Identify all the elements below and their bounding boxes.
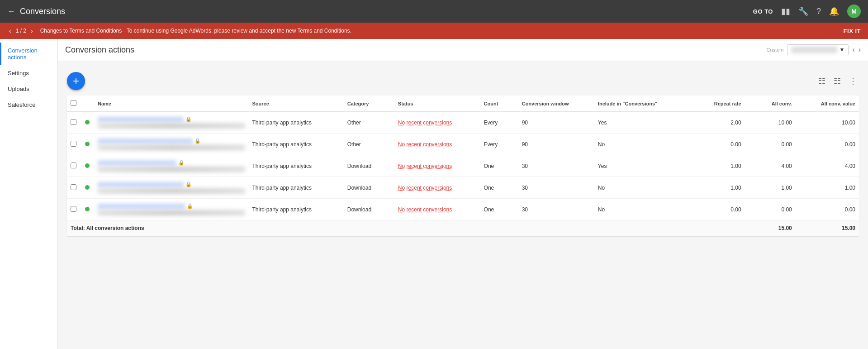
row-all-conv: 0.00 <box>745 134 796 155</box>
row-checkbox[interactable] <box>71 141 76 147</box>
back-icon[interactable]: ← <box>7 7 15 16</box>
lock-icon: 🔒 <box>178 160 185 166</box>
go-to-button[interactable]: GO TO <box>753 8 773 15</box>
status-dot <box>85 163 90 168</box>
row-category: Download <box>344 177 394 199</box>
row-checkbox[interactable] <box>71 184 76 190</box>
no-conversions-label[interactable]: No recent conversions <box>398 141 452 148</box>
nav-right: GO TO ▮▮ 🔧 ? 🔔 M <box>753 5 861 18</box>
header-all-conv: All conv. <box>745 96 796 112</box>
row-name-sub: ████████ ████ ██ ████████ ████ <box>98 123 245 129</box>
row-count: Every <box>480 112 518 134</box>
alert-nav: ‹ 1 / 2 › <box>7 26 35 35</box>
no-conversions-label[interactable]: No recent conversions <box>398 185 452 191</box>
row-include: No <box>594 134 688 155</box>
row-include: Yes <box>594 112 688 134</box>
row-source: Third-party app analytics <box>249 177 344 199</box>
fix-it-button[interactable]: FIX IT <box>844 28 861 34</box>
conversion-actions-table: Name Source Category Status Count Conver… <box>67 96 859 236</box>
row-status-dot-cell <box>81 112 94 134</box>
alert-bar: ‹ 1 / 2 › Changes to Terms and Condition… <box>0 23 868 39</box>
custom-label: Custom <box>767 47 784 53</box>
status-dot <box>85 142 90 146</box>
app-title: Conversions <box>20 7 65 16</box>
row-checkbox-cell <box>67 134 81 155</box>
date-next-button[interactable]: › <box>859 46 861 54</box>
row-name-link[interactable]: ████████████ (Android) session_start 🔒 <box>98 138 245 144</box>
select-all-checkbox[interactable] <box>71 100 76 106</box>
row-name-sub: ████████ ████ ██ ████████ ████ <box>98 188 245 194</box>
row-name-sub: ████████ ████ ██ ████████ ████ <box>98 210 245 215</box>
date-prev-button[interactable]: ‹ <box>852 46 854 54</box>
row-include: No <box>594 199 688 220</box>
alert-prev-button[interactable]: ‹ <box>7 26 13 35</box>
table-row: ████████████ (Android) session_start 🔒 █… <box>67 134 859 155</box>
wrench-icon[interactable]: 🔧 <box>798 6 808 16</box>
sidebar-item-conversion-actions[interactable]: Conversion actions <box>0 43 57 65</box>
add-conversion-button[interactable]: + <box>67 72 85 90</box>
lock-icon: 🔒 <box>185 116 192 122</box>
row-name-sub: ████████ ████ ██ ████████ ████ <box>98 145 245 150</box>
toolbar: + ☷ ☷ ⋮ <box>67 67 859 96</box>
sidebar: Conversion actions Settings Uploads Sale… <box>0 39 58 349</box>
row-checkbox[interactable] <box>71 163 76 168</box>
row-window: 30 <box>518 177 594 199</box>
total-all-conv-value: 15.00 <box>796 220 859 236</box>
header-include: Include in "Conversions" <box>594 96 688 112</box>
row-repeat: 2.00 <box>688 112 745 134</box>
main-layout: Conversion actions Settings Uploads Sale… <box>0 39 868 349</box>
row-checkbox[interactable] <box>71 206 76 212</box>
row-status-dot-cell <box>81 155 94 177</box>
table-row: ████████████ (iOS) session_start 🔒 █████… <box>67 112 859 134</box>
header-name: Name <box>94 96 249 112</box>
alert-next-button[interactable]: › <box>29 26 35 35</box>
more-options-icon[interactable]: ⋮ <box>847 74 859 88</box>
row-all-conv: 10.00 <box>745 112 796 134</box>
lock-icon: 🔒 <box>187 203 193 209</box>
lock-icon: 🔒 <box>185 182 192 187</box>
row-name-sub: ████████ ████ ██ ████████ ████ <box>98 167 245 172</box>
sidebar-item-settings[interactable]: Settings <box>0 65 57 81</box>
row-include: No <box>594 177 688 199</box>
no-conversions-label[interactable]: No recent conversions <box>398 206 452 213</box>
row-count: One <box>480 155 518 177</box>
row-name-link[interactable]: ████████████ (iOS) first_open 🔒 <box>98 160 245 166</box>
row-name-link[interactable]: ████████████ (iOS) first_open (1) 🔒 <box>98 182 245 187</box>
no-conversions-label[interactable]: No recent conversions <box>398 163 452 169</box>
header-status: Status <box>394 96 480 112</box>
header-repeat: Repeat rate <box>688 96 745 112</box>
lock-icon: 🔒 <box>194 138 201 144</box>
row-category: Other <box>344 112 394 134</box>
grid-view-icon[interactable]: ☷ <box>832 74 843 88</box>
sidebar-item-uploads[interactable]: Uploads <box>0 81 57 97</box>
toolbar-right: ☷ ☷ ⋮ <box>816 74 859 88</box>
row-all-conv-value: 0.00 <box>796 134 859 155</box>
row-repeat: 1.00 <box>688 155 745 177</box>
no-conversions-label[interactable]: No recent conversions <box>398 120 452 126</box>
row-checkbox-cell <box>67 112 81 134</box>
sidebar-item-salesforce[interactable]: Salesforce <box>0 97 57 113</box>
row-status-dot-cell <box>81 199 94 220</box>
help-icon[interactable]: ? <box>816 7 821 16</box>
page-title: Conversion actions <box>65 45 134 55</box>
row-name-link[interactable]: ████████████ (Android) first_open 🔒 <box>98 203 245 209</box>
total-all-conv: 15.00 <box>745 220 796 236</box>
header-source: Source <box>249 96 344 112</box>
row-source: Third-party app analytics <box>249 155 344 177</box>
filter-icon[interactable]: ☷ <box>816 74 827 88</box>
page-header: Conversion actions Custom ████████████ ▼… <box>58 39 868 61</box>
date-range-button[interactable]: ████████████ ▼ <box>787 44 849 55</box>
row-name-link[interactable]: ████████████ (iOS) session_start 🔒 <box>98 116 245 122</box>
bell-icon[interactable]: 🔔 <box>829 6 839 16</box>
header-checkbox-cell <box>67 96 81 112</box>
row-repeat: 1.00 <box>688 177 745 199</box>
row-include: Yes <box>594 155 688 177</box>
row-repeat: 0.00 <box>688 134 745 155</box>
status-dot <box>85 207 90 211</box>
row-status-dot-cell <box>81 134 94 155</box>
row-checkbox[interactable] <box>71 119 76 125</box>
row-name-cell: ████████████ (iOS) session_start 🔒 █████… <box>94 112 249 134</box>
status-dot <box>85 120 90 124</box>
avatar[interactable]: M <box>847 5 861 18</box>
chart-icon[interactable]: ▮▮ <box>781 6 790 16</box>
